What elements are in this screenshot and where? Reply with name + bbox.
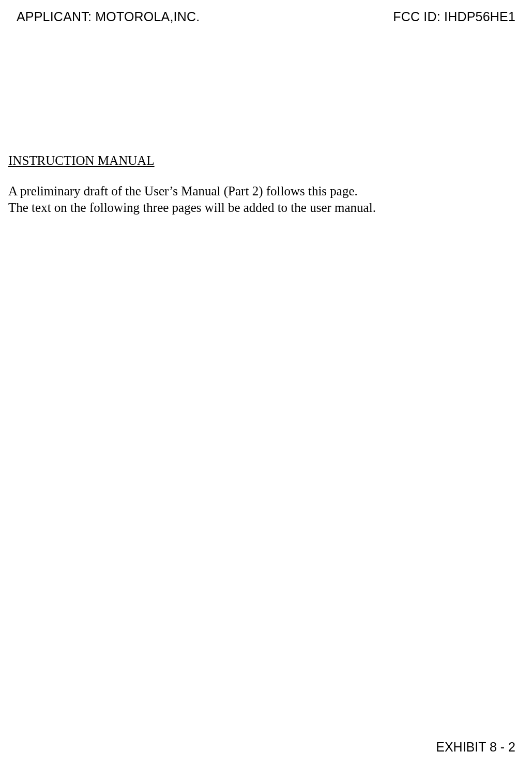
page-content: INSTRUCTION MANUAL A preliminary draft o… — [0, 152, 532, 216]
body-paragraph-1: A preliminary draft of the User’s Manual… — [8, 183, 524, 199]
applicant-label: APPLICANT: MOTOROLA,INC. — [17, 9, 200, 24]
fcc-id-label: FCC ID: IHDP56HE1 — [393, 9, 515, 24]
page-header: APPLICANT: MOTOROLA,INC. FCC ID: IHDP56H… — [0, 0, 532, 24]
section-title: INSTRUCTION MANUAL — [8, 152, 524, 168]
exhibit-label: EXHIBIT 8 - 2 — [436, 740, 515, 755]
page-footer: EXHIBIT 8 - 2 — [436, 740, 515, 755]
body-paragraph-2: The text on the following three pages wi… — [8, 200, 524, 216]
